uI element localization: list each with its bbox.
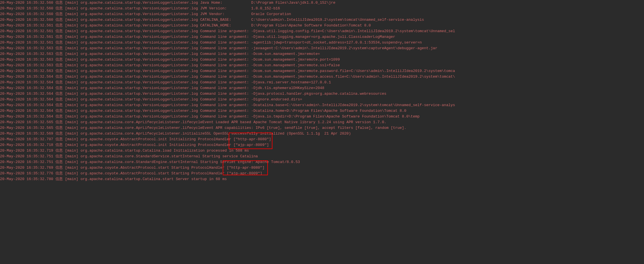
log-line[interactable]: 20-May-2020 16:35:32.780 信息 [main] org.a…	[0, 176, 644, 182]
log-line[interactable]: 20-May-2020 16:35:32.563 信息 [main] org.a…	[0, 51, 644, 57]
log-line[interactable]: 20-May-2020 16:35:32.751 信息 [main] org.a…	[0, 154, 644, 159]
log-line[interactable]: 20-May-2020 16:35:32.564 信息 [main] org.a…	[0, 80, 644, 85]
log-line[interactable]: 20-May-2020 16:35:32.563 信息 [main] org.a…	[0, 46, 644, 51]
log-line[interactable]: 20-May-2020 16:35:32.564 信息 [main] org.a…	[0, 97, 644, 102]
log-line[interactable]: 20-May-2020 16:35:32.563 信息 [main] org.a…	[0, 68, 644, 74]
log-line[interactable]: 20-May-2020 16:35:32.707 信息 [main] org.a…	[0, 137, 644, 142]
log-line[interactable]: 20-May-2020 16:35:32.563 信息 [main] org.a…	[0, 63, 644, 68]
log-output-panel[interactable]: 20-May-2020 16:35:32.560 信息 [main] org.a…	[0, 0, 644, 182]
log-line[interactable]: 20-May-2020 16:35:32.564 信息 [main] org.a…	[0, 74, 644, 80]
log-line[interactable]: 20-May-2020 16:35:32.564 信息 [main] org.a…	[0, 102, 644, 108]
log-line[interactable]: 20-May-2020 16:35:32.560 信息 [main] org.a…	[0, 6, 644, 11]
log-line[interactable]: 20-May-2020 16:35:32.564 信息 [main] org.a…	[0, 114, 644, 119]
log-line[interactable]: 20-May-2020 16:35:32.769 信息 [main] org.a…	[0, 165, 644, 171]
log-line[interactable]: 20-May-2020 16:35:32.561 信息 [main] org.a…	[0, 40, 644, 46]
log-line[interactable]: 20-May-2020 16:35:32.565 信息 [main] org.a…	[0, 119, 644, 125]
log-line[interactable]: 20-May-2020 16:35:32.565 信息 [main] org.a…	[0, 125, 644, 131]
log-line[interactable]: 20-May-2020 16:35:32.561 信息 [main] org.a…	[0, 34, 644, 40]
log-line[interactable]: 20-May-2020 16:35:32.564 信息 [main] org.a…	[0, 108, 644, 114]
log-line[interactable]: 20-May-2020 16:35:32.776 信息 [main] org.a…	[0, 171, 644, 176]
log-line[interactable]: 20-May-2020 16:35:32.564 信息 [main] org.a…	[0, 85, 644, 91]
log-line[interactable]: 20-May-2020 16:35:32.561 信息 [main] org.a…	[0, 23, 644, 28]
log-line[interactable]: 20-May-2020 16:35:32.719 信息 [main] org.a…	[0, 148, 644, 154]
log-line[interactable]: 20-May-2020 16:35:32.563 信息 [main] org.a…	[0, 57, 644, 63]
log-line[interactable]: 20-May-2020 16:35:32.560 信息 [main] org.a…	[0, 0, 644, 6]
log-line[interactable]: 20-May-2020 16:35:32.718 信息 [main] org.a…	[0, 142, 644, 148]
log-line[interactable]: 20-May-2020 16:35:32.564 信息 [main] org.a…	[0, 91, 644, 97]
log-line[interactable]: 20-May-2020 16:35:32.561 信息 [main] org.a…	[0, 28, 644, 34]
log-line[interactable]: 20-May-2020 16:35:32.569 信息 [main] org.a…	[0, 131, 644, 137]
log-line[interactable]: 20-May-2020 16:35:32.751 信息 [main] org.a…	[0, 159, 644, 165]
log-line[interactable]: 20-May-2020 16:35:32.560 信息 [main] org.a…	[0, 11, 644, 17]
log-line[interactable]: 20-May-2020 16:35:32.560 信息 [main] org.a…	[0, 17, 644, 23]
